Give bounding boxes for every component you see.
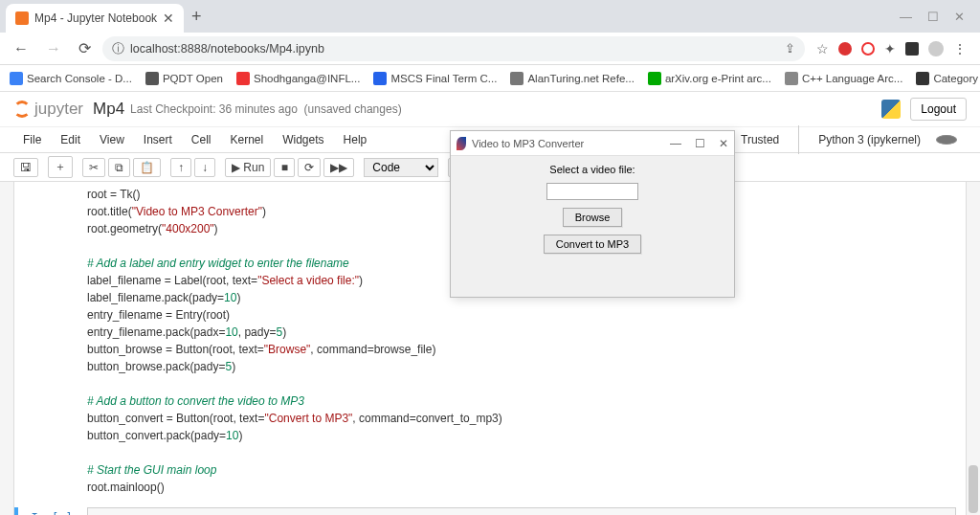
jupyter-logo-icon [13,101,31,118]
minimize-button[interactable]: — [900,10,912,24]
profile-avatar[interactable] [928,41,944,56]
tk-convert-button[interactable]: Convert to MP3 [544,235,641,254]
browser-menu-icon[interactable]: ⋮ [953,41,967,56]
bookmark-item[interactable]: arXiv.org e-Print arc... [648,72,771,85]
save-button[interactable]: 🖫 [13,158,38,177]
menu-edit[interactable]: Edit [51,129,90,150]
tk-close-button[interactable]: ✕ [719,137,728,150]
restart-button[interactable]: ⟳ [298,158,321,177]
move-down-button[interactable]: ↓ [194,158,215,177]
add-cell-button[interactable]: ＋ [48,156,73,178]
extension-icon-3[interactable] [905,42,919,56]
tk-select-file-label: Select a video file: [549,164,635,175]
tk-maximize-button[interactable]: ☐ [695,137,705,150]
paste-button[interactable]: 📋 [133,158,161,177]
tab-strip: Mp4 - Jupyter Notebook ✕ + — ☐ ✕ [0,0,980,33]
new-tab-button[interactable]: + [191,7,202,27]
tk-filename-entry[interactable] [546,183,638,200]
url-text: localhost:8888/notebooks/Mp4.ipynb [130,42,324,56]
maximize-button[interactable]: ☐ [927,10,939,24]
tk-titlebar[interactable]: Video to MP3 Converter — ☐ ✕ [451,131,734,156]
cut-button[interactable]: ✂ [82,158,105,177]
browser-tab[interactable]: Mp4 - Jupyter Notebook ✕ [6,4,184,33]
cell-prompt: In [ ]: [14,507,87,515]
close-tab-icon[interactable]: ✕ [163,11,174,26]
page-scrollbar[interactable] [969,465,978,513]
tab-title: Mp4 - Jupyter Notebook [34,11,157,25]
reload-button[interactable]: ⟳ [73,35,97,61]
menu-widgets[interactable]: Widgets [273,129,333,150]
extension-icon-1[interactable] [838,42,852,56]
menu-kernel[interactable]: Kernel [221,129,274,150]
tk-feather-icon [457,137,466,150]
bookmark-item[interactable]: PQDT Open [145,72,223,85]
menu-cell[interactable]: Cell [182,129,221,150]
window-controls: — ☐ ✕ [900,10,974,24]
bookmark-item[interactable]: MSCS Final Term C... [373,72,497,85]
move-up-button[interactable]: ↑ [170,158,191,177]
jupyter-logo[interactable]: jupyter [13,100,83,119]
address-bar-icons: ☆ ✦ ⋮ [811,41,972,56]
url-field[interactable]: ⓘ localhost:8888/notebooks/Mp4.ipynb ⇪ [102,36,805,61]
checkpoint-text: Last Checkpoint: 36 minutes ago (unsaved… [130,102,402,116]
star-icon[interactable]: ☆ [816,41,829,56]
tk-minimize-button[interactable]: — [670,137,681,150]
copy-button[interactable]: ⧉ [108,158,130,177]
bookmark-item[interactable]: Search Console - D... [10,72,132,85]
menu-help[interactable]: Help [334,129,377,150]
empty-code-cell[interactable]: In [ ]: [14,507,966,515]
extensions-icon[interactable]: ✦ [884,41,896,56]
back-button[interactable]: ← [8,36,34,61]
menu-insert[interactable]: Insert [134,129,182,150]
cell-input-area[interactable] [87,507,956,515]
close-window-button[interactable]: ✕ [954,10,965,24]
bookmark-item[interactable]: Category Index - OL... [916,72,980,85]
tk-window-title: Video to MP3 Converter [472,138,584,149]
kernel-indicator[interactable]: Python 3 (ipykernel) [798,125,967,154]
site-info-icon[interactable]: ⓘ [112,40,124,57]
share-icon[interactable]: ⇪ [785,41,795,56]
forward-button[interactable]: → [40,36,67,61]
bookmarks-bar: Search Console - D... PQDT Open Shodhgan… [0,65,980,92]
bookmark-item[interactable]: AlanTuring.net Refe... [510,72,634,85]
bookmark-item[interactable]: C++ Language Arc... [785,72,903,85]
jupyter-header: jupyter Mp4 Last Checkpoint: 36 minutes … [0,92,980,126]
bookmark-item[interactable]: Shodhganga@INFL... [236,72,360,85]
tk-browse-button[interactable]: Browse [563,208,623,227]
extension-icon-2[interactable] [861,42,875,56]
trusted-indicator[interactable]: Trusted [731,129,789,150]
logout-button[interactable]: Logout [910,98,967,121]
address-bar: ← → ⟳ ⓘ localhost:8888/notebooks/Mp4.ipy… [0,33,980,65]
menu-file[interactable]: File [13,129,51,150]
kernel-status-icon [936,135,957,145]
run-button[interactable]: ▶ Run [225,158,271,177]
cell-type-select[interactable]: Code [364,158,438,177]
restart-run-all-button[interactable]: ▶▶ [323,158,354,177]
stop-button[interactable]: ■ [274,158,295,177]
python-logo-icon [881,100,901,119]
notebook-title[interactable]: Mp4 [93,100,124,119]
tkinter-window: Video to MP3 Converter — ☐ ✕ Select a vi… [450,130,735,298]
jupyter-favicon [15,11,29,25]
menu-view[interactable]: View [90,129,134,150]
